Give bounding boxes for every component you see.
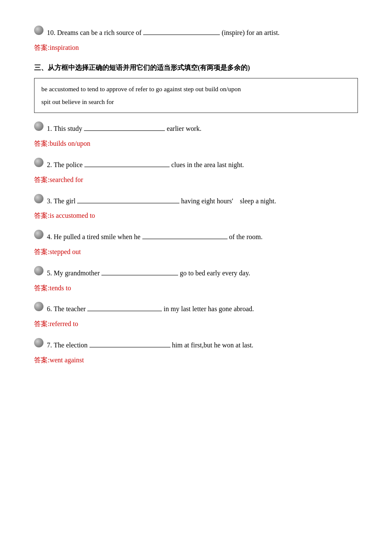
question-7-line: 7.The electionhim at first,but he won at… bbox=[34, 338, 358, 352]
q6-answer: 答案:referred to bbox=[34, 318, 358, 330]
q5-answer: 答案:tends to bbox=[34, 282, 358, 295]
q2-num: 2. bbox=[47, 159, 52, 171]
q1-num: 1. bbox=[47, 123, 52, 135]
section3-title: 三、从方框中选择正确的短语并用它们的适当形式填空(有两项是多余的) bbox=[34, 62, 358, 74]
bullet-icon-10 bbox=[34, 26, 43, 35]
bullet-icon-5 bbox=[34, 266, 43, 275]
q3-text-after: having eight hours' sleep a night. bbox=[181, 195, 276, 208]
q1-answer: 答案:builds on/upon bbox=[34, 138, 358, 150]
phrases-line2: spit out believe in search for bbox=[41, 95, 351, 108]
q4-text-after: of the room. bbox=[229, 231, 263, 243]
q6-num: 6. bbox=[47, 303, 52, 315]
q10-text-before: Dreams can be a rich source of bbox=[57, 27, 141, 39]
q10-answer: 答案:inspiration bbox=[34, 42, 358, 54]
question-1-line: 1.This studyearlier work. bbox=[34, 121, 358, 135]
question-3: 3.The girlhaving eight hours' sleep a ni… bbox=[34, 194, 358, 223]
q4-num: 4. bbox=[47, 231, 52, 243]
question-5-line: 5.My grandmothergo to bed early every da… bbox=[34, 266, 358, 280]
q3-num: 3. bbox=[47, 195, 52, 208]
q3-blank bbox=[77, 196, 179, 203]
q3-answer: 答案:is accustomed to bbox=[34, 210, 358, 222]
q10-text-after: (inspire) for an artist. bbox=[222, 27, 280, 39]
q2-text-after: clues in the area last night. bbox=[171, 159, 244, 171]
q4-text-before: He pulled a tired smile when he bbox=[54, 231, 141, 243]
q7-num: 7. bbox=[47, 339, 52, 352]
bullet-icon-4 bbox=[34, 230, 43, 239]
q6-blank bbox=[87, 304, 162, 311]
question-4: 4.He pulled a tired smile when heof the … bbox=[34, 230, 358, 258]
q6-text-after: in my last letter has gone abroad. bbox=[164, 303, 254, 315]
q2-blank bbox=[84, 159, 170, 167]
question-10: 10. Dreams can be a rich source of (insp… bbox=[34, 26, 358, 54]
question-6: 6.The teacherin my last letter has gone … bbox=[34, 302, 358, 330]
question-3-line: 3.The girlhaving eight hours' sleep a ni… bbox=[34, 194, 358, 208]
bullet-icon-7 bbox=[34, 338, 43, 347]
q10-answer-label: 答案 bbox=[34, 44, 48, 51]
q10-prefix: 10. bbox=[47, 27, 55, 39]
question-2: 2.The policeclues in the area last night… bbox=[34, 158, 358, 186]
q1-text-after: earlier work. bbox=[167, 123, 202, 135]
q5-blank bbox=[101, 268, 178, 275]
question-10-line: 10. Dreams can be a rich source of (insp… bbox=[34, 26, 358, 39]
q7-text-before: The election bbox=[54, 339, 88, 352]
q5-text-after: go to bed early every day. bbox=[180, 267, 250, 280]
q7-text-after: him at first,but he won at last. bbox=[172, 339, 254, 352]
question-1: 1.This studyearlier work.答案:builds on/up… bbox=[34, 121, 358, 150]
q4-answer: 答案:stepped out bbox=[34, 246, 358, 258]
question-7: 7.The electionhim at first,but he won at… bbox=[34, 338, 358, 367]
question-4-line: 4.He pulled a tired smile when heof the … bbox=[34, 230, 358, 243]
q5-num: 5. bbox=[47, 267, 52, 280]
q2-text-before: The police bbox=[54, 159, 83, 171]
q3-text-before: The girl bbox=[54, 195, 75, 208]
question-6-line: 6.The teacherin my last letter has gone … bbox=[34, 302, 358, 315]
q7-answer: 答案:went against bbox=[34, 354, 358, 367]
phrases-line1: be accustomed to tend to approve of refe… bbox=[41, 83, 351, 95]
question-5: 5.My grandmothergo to bed early every da… bbox=[34, 266, 358, 295]
q7-blank bbox=[89, 340, 170, 347]
q10-blank bbox=[143, 27, 220, 35]
q4-blank bbox=[142, 231, 228, 239]
q6-text-before: The teacher bbox=[54, 303, 86, 315]
q1-text-before: This study bbox=[54, 123, 82, 135]
q1-blank bbox=[84, 123, 165, 131]
q2-answer: 答案:searched for bbox=[34, 174, 358, 186]
bullet-icon-1 bbox=[34, 121, 43, 131]
q5-text-before: My grandmother bbox=[54, 267, 100, 280]
q10-answer-text: :inspiration bbox=[48, 44, 79, 51]
bullet-icon-2 bbox=[34, 158, 43, 167]
questions-container: 1.This studyearlier work.答案:builds on/up… bbox=[34, 121, 358, 366]
bullet-icon-6 bbox=[34, 302, 43, 311]
bullet-icon-3 bbox=[34, 194, 43, 203]
phrase-box: be accustomed to tend to approve of refe… bbox=[34, 78, 358, 113]
question-2-line: 2.The policeclues in the area last night… bbox=[34, 158, 358, 171]
